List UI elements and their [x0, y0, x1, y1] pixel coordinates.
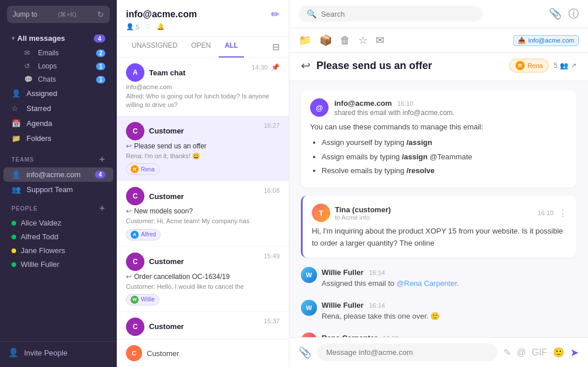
sidebar-item-all-messages[interactable]: ▾ All messages 4: [3, 30, 113, 46]
jane-label: Jane Flowers: [21, 246, 65, 255]
alfred-label: Alfred Todd: [21, 232, 59, 241]
info-icon[interactable]: ⓘ: [568, 7, 579, 21]
conv-title-text: Please send us an offer: [316, 60, 503, 72]
msg-time-area: 16:10 ⋮: [537, 208, 567, 219]
list-item[interactable]: C Customer 15:49 ↩ Order cancellation OC…: [117, 247, 289, 312]
inbox-tag: 📥 info@acme.com: [513, 35, 579, 46]
conv-preview: Customer: Hello, I would like to cancel …: [126, 282, 280, 291]
sidebar-item-alfred[interactable]: Alfred Todd: [3, 230, 113, 243]
assignee-badge-label: Rena: [528, 62, 543, 69]
jump-to-button[interactable]: Jump to (⌘+K) ↻: [7, 6, 110, 23]
conversation-tabs: UNASSIGNED OPEN ALL ⊟: [117, 37, 289, 58]
assignee-name: Rena: [141, 166, 155, 173]
team-name-0: info@acme.com: [26, 170, 95, 179]
sys-body: You can use these commands to manage thi…: [310, 121, 567, 177]
assignee-badge-button[interactable]: R Rena: [509, 59, 549, 72]
sidebar-top: Jump to (⌘+K) ↻: [0, 0, 117, 28]
status-dot-willie: [12, 262, 16, 267]
attachment-button[interactable]: 📎: [299, 346, 311, 359]
willie-avatar-2: W: [301, 300, 317, 316]
emails-icon: ✉: [24, 49, 33, 57]
sidebar: Jump to (⌘+K) ↻ ▾ All messages 4 ✉ Email…: [0, 0, 117, 367]
sidebar-item-chats[interactable]: 💬 Chats 1: [3, 73, 113, 86]
right-panel: 🔍 📎 ⓘ 📁 📦 🗑 ☆ ✉ 📥 info@acme.com ↩ Please…: [289, 0, 588, 367]
sidebar-item-support-team[interactable]: 👥 Support Team: [3, 182, 113, 197]
tab-open[interactable]: OPEN: [185, 37, 216, 58]
conv-sender: Customer: [149, 257, 184, 266]
conv-time: 14:30: [251, 64, 268, 71]
sidebar-item-assigned[interactable]: 👤 Assigned: [3, 86, 113, 101]
title-actions: R Rena 5 👥 ↗: [509, 59, 576, 72]
assignee-avatar: R: [131, 165, 139, 173]
search-input[interactable]: [321, 10, 475, 18]
msg-body: Hi, I'm inquiring about the product XOPY…: [312, 225, 567, 250]
sidebar-item-emails[interactable]: ✉ Emails 2: [3, 47, 113, 59]
avatar: A: [126, 63, 144, 82]
invite-label: Invite People: [24, 349, 67, 357]
invite-people-button[interactable]: 👤 Invite People: [0, 341, 117, 367]
folders-label: Folders: [26, 134, 105, 143]
all-messages-badge: 4: [94, 35, 105, 43]
middle-panel: info@acme.com ✏ 👤 5 ♡ 🔔 UNASSIGNED OPEN …: [117, 0, 289, 367]
list-item[interactable]: A Team chat 14:30 📌 info@acme.com Alfred…: [117, 58, 289, 116]
conv-title-bar: ↩ Please send us an offer R Rena 5 👥 ↗: [289, 53, 588, 81]
compose-button[interactable]: ✏: [271, 8, 280, 21]
format-button[interactable]: ✎: [503, 347, 511, 358]
sidebar-item-agenda[interactable]: 📅 Agenda: [3, 116, 113, 131]
conv-subject-row: ↩ Address update: [126, 338, 280, 339]
sidebar-item-alice[interactable]: Alice Valdez: [3, 216, 113, 230]
sidebar-item-willie[interactable]: Willie Fuller: [3, 258, 113, 271]
msg-name-info: Tina (customer) to Acme info: [335, 205, 391, 221]
filter-button[interactable]: ⊟: [272, 37, 280, 57]
sidebar-item-jane[interactable]: Jane Flowers: [3, 244, 113, 257]
more-options-button[interactable]: ⋮: [558, 208, 567, 219]
conv-subject-row: ↩ Please send us an offer: [126, 142, 280, 150]
assignee-chip: W Willie: [126, 294, 159, 305]
sidebar-item-loops[interactable]: ↺ Loops 1: [3, 60, 113, 72]
chats-label: Chats: [38, 75, 96, 83]
list-item[interactable]: C Customer 16:08 ↩ New models soon? Cust…: [117, 181, 289, 246]
trash-action-icon[interactable]: 🗑: [340, 35, 350, 47]
add-team-button[interactable]: +: [100, 154, 105, 165]
msg-time: 16:10: [537, 209, 553, 216]
sidebar-item-folders[interactable]: 📁 Folders: [3, 131, 113, 146]
search-bar[interactable]: 🔍: [299, 6, 483, 22]
support-icon: 👥: [12, 185, 22, 194]
conv-icon: ↩: [126, 207, 132, 215]
send-button[interactable]: ➤: [570, 346, 579, 359]
participant-count[interactable]: 5 👥 ↗: [553, 62, 576, 70]
bottom-customer-tab[interactable]: C Customer: [117, 339, 289, 367]
conv-subject: Address update: [134, 338, 182, 339]
conv-subject-email: info@acme.com: [126, 83, 172, 90]
conv-subject-row: ↩ Order cancellation OC-1634/19: [126, 273, 280, 281]
emails-badge: 2: [96, 49, 105, 57]
archive-action-icon[interactable]: 📦: [319, 34, 332, 47]
emoji-button[interactable]: 🙂: [553, 347, 564, 358]
tab-all[interactable]: ALL: [219, 37, 243, 58]
sys-avatar: @: [310, 98, 329, 117]
sidebar-item-info-acme[interactable]: 👤 info@acme.com 4: [3, 167, 113, 182]
folder-action-icon[interactable]: 📁: [299, 34, 311, 47]
message-input[interactable]: [317, 343, 498, 361]
add-person-button[interactable]: +: [100, 203, 105, 213]
gif-button[interactable]: GIF: [532, 347, 547, 358]
mail-action-icon[interactable]: ✉: [376, 34, 384, 47]
star-action-icon[interactable]: ☆: [358, 34, 368, 47]
team-badge-0: 4: [95, 171, 105, 178]
tab-unassigned[interactable]: UNASSIGNED: [126, 37, 183, 58]
inbox-email-label: info@acme.com: [126, 9, 197, 20]
list-item[interactable]: C Customer 15:37 ↩ Address update Custom…: [117, 312, 289, 339]
message-input-area: 📎 ✎ @ GIF 🙂 ➤: [289, 337, 588, 367]
conv-preview: Customer: Hi, Acme team! My company has: [126, 217, 280, 225]
sidebar-item-starred[interactable]: ☆ Starred: [3, 101, 113, 116]
avatar: C: [126, 187, 144, 205]
emails-label: Emails: [38, 49, 96, 57]
invite-icon: 👤: [8, 347, 20, 358]
mention-button[interactable]: @: [517, 347, 526, 358]
list-item[interactable]: C Customer 16:27 ↩ Please send us an off…: [117, 116, 289, 181]
conv-icon: ↩: [126, 273, 132, 281]
attachment-icon[interactable]: 📎: [549, 7, 562, 20]
sys-time-label: 16:10: [398, 100, 414, 107]
avatar: C: [126, 122, 144, 140]
teams-label: TEAMS: [12, 156, 34, 163]
